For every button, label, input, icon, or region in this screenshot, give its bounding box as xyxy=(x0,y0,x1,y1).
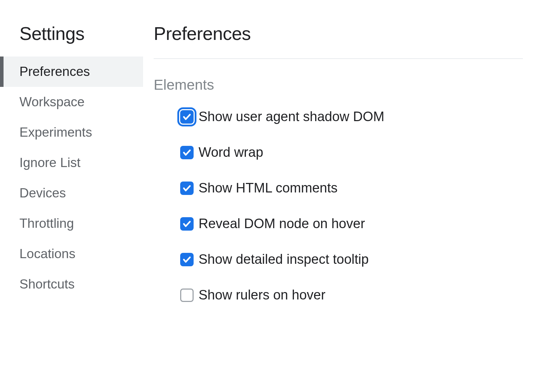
sidebar-item-label: Ignore List xyxy=(19,155,81,170)
check-icon xyxy=(182,148,191,157)
option-label: Show HTML comments xyxy=(199,180,337,196)
sidebar-item-label: Preferences xyxy=(19,64,90,79)
options-list: Show user agent shadow DOMWord wrapShow … xyxy=(154,109,523,303)
sidebar-item-locations[interactable]: Locations xyxy=(0,239,143,269)
option-row[interactable]: Show detailed inspect tooltip xyxy=(154,252,523,267)
sidebar-nav: PreferencesWorkspaceExperimentsIgnore Li… xyxy=(0,57,143,299)
settings-sidebar: Settings PreferencesWorkspaceExperiments… xyxy=(0,0,143,392)
option-label: Show user agent shadow DOM xyxy=(199,109,384,124)
sidebar-item-label: Experiments xyxy=(19,125,92,139)
option-label: Word wrap xyxy=(199,145,263,160)
check-icon xyxy=(182,219,191,228)
option-row[interactable]: Reveal DOM node on hover xyxy=(154,216,523,231)
option-row[interactable]: Show rulers on hover xyxy=(154,287,523,303)
sidebar-item-label: Workspace xyxy=(19,95,84,109)
sidebar-item-devices[interactable]: Devices xyxy=(0,178,143,208)
sidebar-title: Settings xyxy=(0,23,143,57)
checkbox[interactable] xyxy=(180,289,194,302)
sidebar-item-throttling[interactable]: Throttling xyxy=(0,208,143,239)
check-icon xyxy=(182,112,191,121)
main-panel: Preferences Elements Show user agent sha… xyxy=(143,0,537,392)
checkbox[interactable] xyxy=(180,110,194,124)
sidebar-item-workspace[interactable]: Workspace xyxy=(0,87,143,117)
checkbox[interactable] xyxy=(180,182,194,195)
sidebar-item-label: Locations xyxy=(19,247,75,261)
sidebar-item-shortcuts[interactable]: Shortcuts xyxy=(0,269,143,299)
check-icon xyxy=(182,255,191,264)
sidebar-item-label: Devices xyxy=(19,186,66,200)
sidebar-item-ignore-list[interactable]: Ignore List xyxy=(0,148,143,178)
check-icon xyxy=(182,184,191,193)
sidebar-item-preferences[interactable]: Preferences xyxy=(0,57,143,87)
checkbox[interactable] xyxy=(180,146,194,159)
checkbox[interactable] xyxy=(180,217,194,231)
checkbox[interactable] xyxy=(180,253,194,266)
sidebar-item-label: Throttling xyxy=(19,216,74,231)
option-label: Show rulers on hover xyxy=(199,287,325,303)
sidebar-item-experiments[interactable]: Experiments xyxy=(0,117,143,148)
page-title: Preferences xyxy=(154,23,523,59)
option-row[interactable]: Word wrap xyxy=(154,145,523,160)
sidebar-item-label: Shortcuts xyxy=(19,277,75,291)
section-title-elements: Elements xyxy=(154,77,523,93)
option-label: Reveal DOM node on hover xyxy=(199,216,365,231)
option-row[interactable]: Show HTML comments xyxy=(154,180,523,196)
option-label: Show detailed inspect tooltip xyxy=(199,252,369,267)
option-row[interactable]: Show user agent shadow DOM xyxy=(154,109,523,124)
